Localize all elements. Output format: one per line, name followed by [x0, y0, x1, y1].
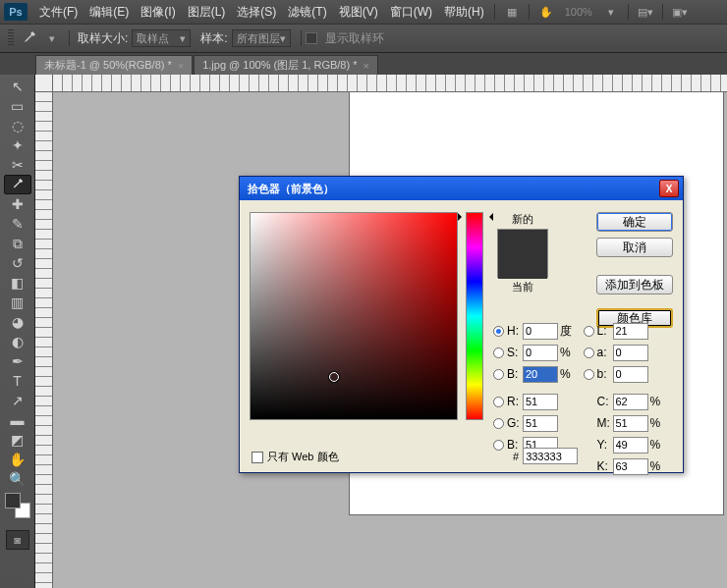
- stamp-tool[interactable]: ⧉: [4, 234, 31, 253]
- hue-slider[interactable]: [466, 212, 483, 420]
- input-a[interactable]: [613, 345, 648, 361]
- input-hex[interactable]: [523, 448, 578, 464]
- menu-layer[interactable]: 图层(L): [182, 4, 232, 21]
- input-m[interactable]: [613, 415, 648, 432]
- menu-file[interactable]: 文件(F): [33, 4, 84, 21]
- show-ring-checkbox[interactable]: [306, 32, 317, 44]
- hand-tool[interactable]: ✋: [4, 450, 31, 469]
- chevron-down-icon[interactable]: ▾: [602, 5, 620, 19]
- input-r[interactable]: [523, 394, 558, 410]
- label-k: K:: [597, 459, 613, 473]
- input-b-hsb[interactable]: [523, 366, 558, 383]
- menu-select[interactable]: 选择(S): [231, 4, 282, 21]
- sample-label: 样本:: [200, 30, 227, 47]
- zoom-level[interactable]: 100%: [559, 6, 598, 18]
- label-b-lab: b:: [597, 367, 613, 381]
- cancel-button[interactable]: 取消: [596, 238, 673, 257]
- radio-bl[interactable]: [493, 440, 504, 451]
- history-brush-tool[interactable]: ↺: [4, 253, 31, 273]
- close-icon[interactable]: ×: [178, 60, 184, 72]
- label-c: C:: [597, 395, 613, 408]
- launch-icon[interactable]: ▦: [503, 5, 521, 19]
- brush-tool[interactable]: ✎: [4, 214, 31, 234]
- color-field-marker[interactable]: [329, 372, 339, 382]
- crop-tool[interactable]: ✂: [4, 155, 31, 175]
- preview-current-swatch: [498, 254, 547, 279]
- web-only-checkbox[interactable]: [252, 452, 263, 463]
- pen-tool[interactable]: ✒: [4, 351, 31, 371]
- ruler-corner: [35, 75, 53, 92]
- lasso-tool[interactable]: ◌: [4, 116, 31, 135]
- web-only-row: 只有 Web 颜色: [252, 450, 339, 464]
- marquee-tool[interactable]: ▭: [4, 96, 31, 116]
- eraser-tool[interactable]: ◧: [4, 273, 31, 293]
- radio-s[interactable]: [493, 347, 504, 358]
- radio-b-lab[interactable]: [584, 369, 594, 380]
- input-h[interactable]: [523, 323, 558, 340]
- close-icon[interactable]: ×: [363, 60, 368, 72]
- dodge-tool[interactable]: ◐: [4, 332, 31, 351]
- label-r: R:: [507, 395, 523, 408]
- color-picker-dialog: 拾色器（前景色） X 新的 当前 确定 取消 添加到色板: [239, 176, 684, 473]
- input-g[interactable]: [523, 415, 558, 432]
- input-k[interactable]: [613, 458, 648, 475]
- sample-size-select[interactable]: 取样点▾: [132, 29, 191, 47]
- ruler-vertical[interactable]: [35, 92, 53, 588]
- menu-help[interactable]: 帮助(H): [438, 4, 490, 21]
- radio-r[interactable]: [493, 397, 504, 407]
- shape-tool[interactable]: ▬: [4, 410, 31, 430]
- heal-tool[interactable]: ✚: [4, 194, 31, 214]
- menu-edit[interactable]: 编辑(E): [84, 4, 135, 21]
- color-field[interactable]: [250, 212, 458, 420]
- screen-mode-icon[interactable]: ▣▾: [671, 5, 689, 19]
- document-tab-bar: 未标题-1 @ 50%(RGB/8) *× 1.jpg @ 100% (图层 1…: [0, 53, 727, 75]
- close-button[interactable]: X: [659, 180, 679, 197]
- quickmask-icon[interactable]: ◙: [6, 530, 29, 550]
- eyedropper-tool[interactable]: [4, 175, 31, 194]
- sample-layers-select[interactable]: 所有图层▾: [232, 29, 291, 47]
- menu-window[interactable]: 窗口(W): [384, 4, 438, 21]
- radio-a[interactable]: [584, 347, 594, 358]
- input-s[interactable]: [523, 345, 558, 361]
- 3d-tool[interactable]: ◩: [4, 430, 31, 450]
- foreground-swatch[interactable]: [5, 493, 21, 508]
- arrange-icon[interactable]: ▤▾: [637, 5, 654, 19]
- show-ring-label: 显示取样环: [325, 30, 384, 47]
- input-y[interactable]: [613, 437, 648, 454]
- move-tool[interactable]: ↖: [4, 77, 31, 96]
- tool-preset-dropdown[interactable]: ▾: [43, 31, 61, 45]
- radio-l[interactable]: [584, 326, 594, 337]
- ruler-horizontal[interactable]: [53, 75, 727, 92]
- menu-filter[interactable]: 滤镜(T): [282, 4, 332, 21]
- wand-tool[interactable]: ✦: [4, 135, 31, 155]
- radio-h[interactable]: [493, 326, 504, 337]
- document-tab[interactable]: 1.jpg @ 100% (图层 1, RGB/8) *×: [194, 55, 378, 75]
- grip-icon[interactable]: [8, 29, 14, 47]
- eyedropper-icon[interactable]: [20, 28, 39, 48]
- hand-icon[interactable]: ✋: [537, 5, 555, 19]
- add-swatch-button[interactable]: 添加到色板: [596, 275, 673, 294]
- path-tool[interactable]: ↗: [4, 391, 31, 410]
- color-preview: 新的 当前: [497, 212, 548, 294]
- toolbox: ↖ ▭ ◌ ✦ ✂ ✚ ✎ ⧉ ↺ ◧ ▥ ◕ ◐ ✒ T ↗ ▬ ◩ ✋ 🔍 …: [0, 75, 35, 588]
- blur-tool[interactable]: ◕: [4, 312, 31, 332]
- label-h: H:: [507, 324, 523, 338]
- web-only-label: 只有 Web 颜色: [267, 450, 339, 464]
- dialog-titlebar[interactable]: 拾色器（前景色） X: [240, 177, 683, 200]
- ok-button[interactable]: 确定: [596, 212, 673, 232]
- input-c[interactable]: [613, 394, 648, 410]
- app-logo: Ps: [4, 3, 28, 21]
- gradient-tool[interactable]: ▥: [4, 293, 31, 312]
- zoom-tool[interactable]: 🔍: [4, 469, 31, 489]
- document-tab-active[interactable]: 未标题-1 @ 50%(RGB/8) *×: [35, 55, 193, 75]
- type-tool[interactable]: T: [4, 371, 31, 391]
- input-l[interactable]: [613, 323, 648, 340]
- radio-g[interactable]: [493, 418, 504, 429]
- menu-view[interactable]: 视图(V): [333, 4, 384, 21]
- color-swatches[interactable]: [5, 493, 30, 518]
- menu-image[interactable]: 图像(I): [135, 4, 181, 21]
- input-b-lab[interactable]: [613, 366, 648, 383]
- label-y: Y:: [597, 438, 613, 452]
- radio-b[interactable]: [493, 369, 504, 380]
- hue-slider-handle[interactable]: [463, 213, 488, 219]
